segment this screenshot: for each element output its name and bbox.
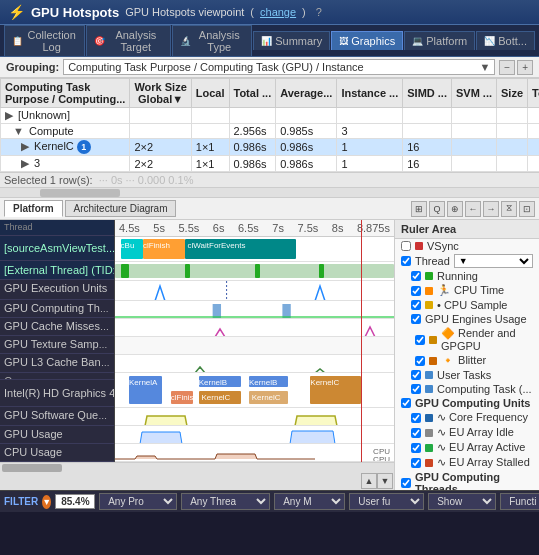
eu-active-checkbox[interactable] bbox=[411, 443, 421, 453]
filter-dropdown-pro[interactable]: Any Pro bbox=[99, 493, 177, 510]
ruler-eu-stalled[interactable]: ∿ EU Array Stalled bbox=[395, 455, 539, 470]
ruler-computing-task[interactable]: Computing Task (... bbox=[395, 382, 539, 396]
zoom-in-btn[interactable]: ⊕ bbox=[447, 201, 463, 217]
cpu-sample-checkbox[interactable] bbox=[411, 300, 421, 310]
tab-analysis-target[interactable]: 🎯 Analysis Target bbox=[86, 25, 171, 56]
ruler-render-gpgpu[interactable]: 🔶 Render and GPGPU bbox=[395, 326, 539, 353]
ruler-cpu-time[interactable]: 🏃 CPU Time bbox=[395, 283, 539, 298]
zoom-fit-btn[interactable]: ⊞ bbox=[411, 201, 427, 217]
expand-icon[interactable]: ▶ bbox=[5, 109, 13, 121]
eu-stalled-checkbox[interactable] bbox=[411, 458, 421, 468]
zoom-left-btn[interactable]: ← bbox=[465, 201, 481, 217]
track-label-gpu-exec[interactable]: GPU Execution Units bbox=[0, 280, 114, 300]
ruler-gpu-units-header[interactable]: GPU Computing Units bbox=[395, 396, 539, 410]
track-label-cpu-usage[interactable]: CPU Usage bbox=[0, 444, 114, 462]
track-label-gpu-cache[interactable]: GPU Cache Misses an... bbox=[0, 318, 114, 336]
track-label-intel-gpu[interactable]: Intel(R) HD Graphics 4... 4 bbox=[0, 380, 114, 407]
col-svm[interactable]: SVM ... bbox=[451, 79, 496, 108]
track-external-thread[interactable] bbox=[115, 262, 394, 280]
table-row[interactable]: ▶ 3 2×2 1×1 0.986s 0.986s 1 16 0.000 5.2… bbox=[1, 156, 540, 172]
thread-checkbox[interactable] bbox=[401, 256, 411, 266]
track-gpu-usage[interactable] bbox=[115, 426, 394, 444]
tab-summary[interactable]: 📊 Summary bbox=[253, 31, 330, 50]
table-hscroll-thumb[interactable] bbox=[40, 189, 120, 197]
collapse-btn[interactable]: − bbox=[499, 60, 515, 75]
track-gpu-sw-queue[interactable] bbox=[115, 408, 394, 426]
tab-collection-log[interactable]: 📋 Collection Log bbox=[4, 25, 85, 56]
track-gpu-compute[interactable] bbox=[115, 301, 394, 319]
filter-badge[interactable]: ▼ bbox=[42, 495, 51, 509]
filter-dropdown-show[interactable]: Show bbox=[428, 493, 496, 510]
grouping-dropdown[interactable]: Computing Task Purpose / Computing Task … bbox=[63, 59, 495, 75]
tab-architecture[interactable]: Architecture Diagram bbox=[65, 200, 177, 217]
ruler-eu-active[interactable]: ∿ EU Array Active bbox=[395, 440, 539, 455]
track-gpu-texture[interactable] bbox=[115, 337, 394, 355]
track-gpu-exec[interactable] bbox=[115, 281, 394, 301]
track-label-gpu-tex[interactable]: GPU Texture Sampler bbox=[0, 336, 114, 354]
zoom-marker-btn[interactable]: ⧖ bbox=[501, 201, 517, 217]
filter-dropdown-thread[interactable]: Any Threa bbox=[181, 493, 270, 510]
tab-bottom[interactable]: 📉 Bott... bbox=[476, 31, 535, 50]
tab-platform-sub[interactable]: Platform bbox=[4, 200, 63, 217]
scroll-up-btn[interactable]: ▲ bbox=[361, 473, 377, 489]
gpu-engines-checkbox[interactable] bbox=[411, 314, 421, 324]
table-hscrollbar[interactable] bbox=[0, 188, 539, 198]
filter-dropdown-functi[interactable]: Functi bbox=[500, 493, 539, 510]
computing-task-checkbox[interactable] bbox=[411, 384, 421, 394]
gpu-comp-threads-checkbox[interactable] bbox=[401, 478, 411, 488]
change-link[interactable]: change bbox=[260, 6, 296, 18]
col-simd[interactable]: SIMD ... bbox=[403, 79, 452, 108]
render-checkbox[interactable] bbox=[415, 335, 425, 345]
expand-icon[interactable]: ▶ bbox=[21, 157, 29, 169]
col-work-local[interactable]: Local bbox=[191, 79, 229, 108]
ruler-cpu-sample[interactable]: • CPU Sample bbox=[395, 298, 539, 312]
ruler-gpu-comp-threads-header[interactable]: GPU Computing Threads ... bbox=[395, 470, 539, 490]
user-tasks-checkbox[interactable] bbox=[411, 370, 421, 380]
ruler-gpu-engines[interactable]: GPU Engines Usage bbox=[395, 312, 539, 326]
filter-percentage[interactable]: 85.4% bbox=[55, 494, 95, 509]
track-label-source[interactable]: [sourceAsmViewTest.... 2 bbox=[0, 236, 114, 261]
thread-select[interactable]: ▼ bbox=[454, 254, 533, 268]
ruler-blitter[interactable]: 🔸 Blitter bbox=[395, 353, 539, 368]
track-gpu-cache[interactable] bbox=[115, 319, 394, 337]
filter-dropdown-m[interactable]: Any M bbox=[274, 493, 345, 510]
ruler-running[interactable]: Running bbox=[395, 269, 539, 283]
eu-idle-checkbox[interactable] bbox=[411, 428, 421, 438]
tab-platform[interactable]: 💻 Platform bbox=[404, 31, 475, 50]
track-label-external[interactable]: [External Thread] (TID:... bbox=[0, 261, 114, 279]
timeline-hscroll-thumb[interactable] bbox=[2, 464, 62, 472]
ruler-thread-header[interactable]: Thread ▼ bbox=[395, 253, 539, 269]
col-work-global[interactable]: Work SizeGlobal▼ bbox=[130, 79, 191, 108]
track-label-gpu-comp[interactable]: GPU Computing Thre... 3 bbox=[0, 300, 114, 318]
expand-icon[interactable]: ▼ bbox=[13, 125, 24, 137]
tab-graphics[interactable]: 🖼 Graphics bbox=[331, 31, 403, 50]
zoom-out-btn[interactable]: Q bbox=[429, 201, 445, 217]
running-checkbox[interactable] bbox=[411, 271, 421, 281]
track-intel-gpu[interactable]: KernelA KernelB KernelC clFinish KernelC bbox=[115, 373, 394, 407]
table-row[interactable]: ▶ [Unknown] 0.000 0.1% bbox=[1, 108, 540, 124]
gpu-units-checkbox[interactable] bbox=[401, 398, 411, 408]
filter-dropdown-user[interactable]: User fu bbox=[349, 493, 424, 510]
vsync-checkbox[interactable] bbox=[401, 241, 411, 251]
col-work-total[interactable]: Total ... bbox=[229, 79, 276, 108]
blitter-checkbox[interactable] bbox=[415, 356, 425, 366]
ruler-vsync[interactable]: VSync bbox=[395, 239, 539, 253]
col-total-gb[interactable]: Total, GB... bbox=[528, 79, 539, 108]
table-row-selected[interactable]: ▶ KernelC 1 2×2 1×1 0.986s 0.986s 1 16 0… bbox=[1, 139, 540, 156]
help-icon[interactable]: ? bbox=[316, 6, 322, 18]
track-cpu-usage[interactable]: CPU CPU bbox=[115, 444, 394, 462]
scroll-down-btn[interactable]: ▼ bbox=[377, 473, 393, 489]
track-label-gpu-sw-queue[interactable]: GPU Software Queue 5 bbox=[0, 407, 114, 425]
track-label-gpu-l3[interactable]: GPU L3 Cache Bandwi... bbox=[0, 354, 114, 372]
ruler-user-tasks[interactable]: User Tasks bbox=[395, 368, 539, 382]
tab-analysis-type[interactable]: 🔬 Analysis Type bbox=[172, 25, 252, 56]
timeline-hscrollbar[interactable] bbox=[0, 462, 394, 472]
ruler-core-freq[interactable]: ∿ Core Frequency bbox=[395, 410, 539, 425]
ruler-eu-idle[interactable]: ∿ EU Array Idle bbox=[395, 425, 539, 440]
expand-btn[interactable]: + bbox=[517, 60, 533, 75]
cpu-time-checkbox[interactable] bbox=[411, 286, 421, 296]
track-gpu-l3[interactable] bbox=[115, 355, 394, 373]
col-instance[interactable]: Instance ... bbox=[337, 79, 403, 108]
track-source-asm[interactable]: cBu clFinish clWaitForEvents bbox=[115, 237, 394, 262]
core-freq-checkbox[interactable] bbox=[411, 413, 421, 423]
